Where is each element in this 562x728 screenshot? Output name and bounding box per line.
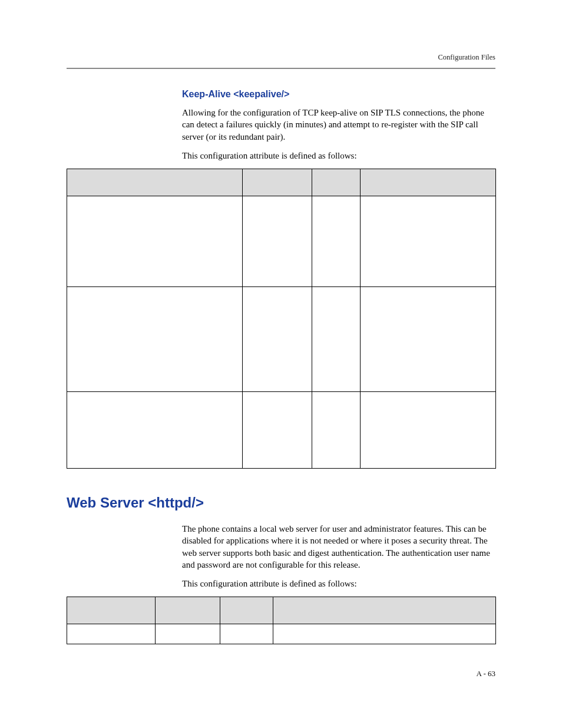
table-cell bbox=[243, 287, 312, 392]
table-cell bbox=[67, 392, 243, 469]
page-number: A - 63 bbox=[477, 669, 496, 678]
httpd-inner: The phone contains a local web server fo… bbox=[182, 523, 495, 589]
table-header-cell bbox=[273, 597, 496, 624]
keepalive-para-1: Allowing for the configuration of TCP ke… bbox=[182, 107, 495, 143]
table-cell bbox=[312, 287, 361, 392]
table-cell bbox=[156, 624, 220, 644]
table-row bbox=[67, 392, 496, 469]
table-header-row bbox=[67, 597, 496, 624]
table-cell bbox=[67, 287, 243, 392]
keepalive-heading: Keep-Alive <keepalive/> bbox=[182, 89, 495, 100]
running-head: Configuration Files bbox=[67, 53, 495, 62]
httpd-para-2: This configuration attribute is defined … bbox=[182, 578, 495, 589]
httpd-attribute-table bbox=[67, 597, 496, 644]
table-header-row bbox=[67, 169, 496, 196]
table-header-cell bbox=[67, 169, 243, 196]
table-row bbox=[67, 196, 496, 287]
page: Configuration Files Keep-Alive <keepaliv… bbox=[0, 0, 562, 728]
table-cell bbox=[243, 196, 312, 287]
table-header-cell bbox=[67, 597, 156, 624]
table-cell bbox=[312, 196, 361, 287]
httpd-para-1: The phone contains a local web server fo… bbox=[182, 523, 495, 571]
table-cell bbox=[361, 392, 496, 469]
table-header-cell bbox=[156, 597, 220, 624]
table-cell bbox=[67, 624, 156, 644]
httpd-heading: Web Server <httpd/> bbox=[67, 495, 495, 511]
table-cell bbox=[273, 624, 496, 644]
content-inner: Keep-Alive <keepalive/> Allowing for the… bbox=[182, 89, 495, 162]
table-cell bbox=[67, 196, 243, 287]
table-cell bbox=[361, 287, 496, 392]
table-cell bbox=[312, 392, 361, 469]
table-cell bbox=[361, 196, 496, 287]
keepalive-para-2: This configuration attribute is defined … bbox=[182, 150, 495, 162]
header-rule bbox=[67, 68, 495, 69]
table-header-cell bbox=[361, 169, 496, 196]
table-row bbox=[67, 624, 496, 644]
keepalive-attribute-table bbox=[67, 169, 496, 469]
table-header-cell bbox=[220, 597, 273, 624]
table-header-cell bbox=[243, 169, 312, 196]
table-cell bbox=[243, 392, 312, 469]
table-row bbox=[67, 287, 496, 392]
table-cell bbox=[220, 624, 273, 644]
table-header-cell bbox=[312, 169, 361, 196]
